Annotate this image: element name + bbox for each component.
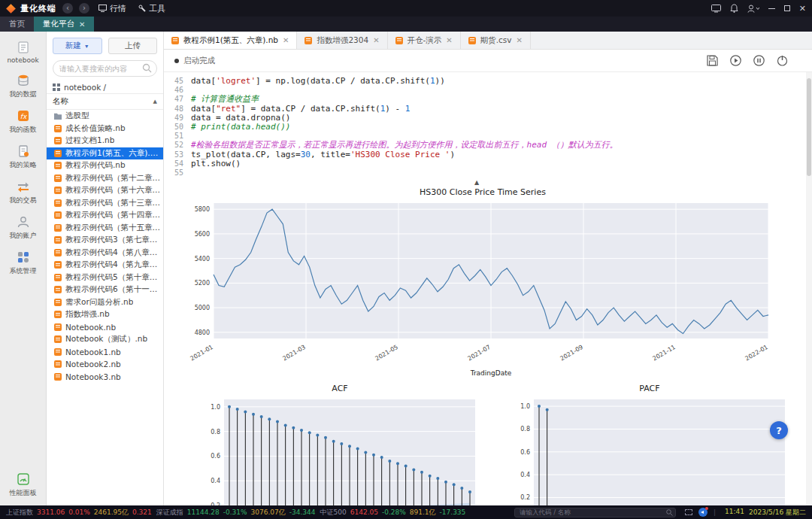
file-name: 教程示例代码4（第九章）.nb: [65, 260, 160, 270]
code-line[interactable]: 54plt.show(): [171, 159, 812, 168]
file-item[interactable]: 成长价值策略.nb: [47, 123, 163, 135]
sidebar-item-my-strategies[interactable]: 我的策略: [0, 144, 46, 170]
titlebar: 量化终端 ‹ › 行情 工具 ✕: [0, 0, 812, 17]
close-window-button[interactable]: ✕: [799, 4, 806, 14]
file-item[interactable]: 需求or问题分析.nb: [47, 296, 163, 309]
close-tab-icon[interactable]: ✕: [446, 36, 452, 44]
sidebar-item-my-functions[interactable]: fx 我的函数: [0, 109, 46, 135]
screen-share-icon[interactable]: [711, 5, 721, 13]
sidebar-item-my-account[interactable]: 我的账户: [0, 215, 46, 241]
file-item[interactable]: 教程示例代码4（第九章）.nb: [47, 259, 163, 272]
sidebar-label: 我的数据: [10, 90, 37, 99]
code-line[interactable]: 45data['logret'] = np.log(data.CP / data…: [171, 77, 812, 86]
file-name: 需求or问题分析.nb: [65, 297, 133, 308]
line-number: 46: [171, 86, 191, 95]
index-shenzhen[interactable]: 深证成指 11144.28 -0.31% 3076.07亿 -34.344: [156, 508, 316, 517]
editor-tab-index-enhance[interactable]: 指数增强2304 ✕: [297, 32, 387, 49]
file-list-header[interactable]: 名称 ▲: [47, 93, 163, 110]
sort-indicator-icon[interactable]: ▲: [153, 99, 157, 105]
file-item[interactable]: 教程示例代码（第十六章）.nb: [47, 184, 163, 197]
code-line[interactable]: 46: [171, 86, 812, 95]
file-item[interactable]: 教程示例代码.nb: [47, 159, 163, 172]
breadcrumb[interactable]: notebook /: [47, 80, 163, 93]
file-name: Notebook3.nb: [65, 372, 121, 381]
close-tab-icon[interactable]: ✕: [283, 36, 289, 44]
code-line[interactable]: 50# print(data.head()): [171, 123, 812, 132]
sidebar-item-notebook[interactable]: notebook: [0, 41, 46, 64]
new-button-label: 新建: [65, 41, 81, 51]
tab-home[interactable]: 首页: [0, 17, 34, 32]
sidebar-item-my-data[interactable]: 我的数据: [0, 74, 46, 99]
file-item[interactable]: 教程示例代码（第十四章）.nb: [47, 209, 163, 222]
file-item[interactable]: 教程示例代码5（第十章）.nb: [47, 272, 163, 284]
svg-text:0.2: 0.2: [520, 495, 530, 502]
notebook-file-icon: [54, 137, 62, 144]
svg-text:2021-09: 2021-09: [559, 344, 584, 363]
scrollbar-thumb[interactable]: [807, 78, 811, 176]
status-text: 启动完成: [183, 56, 215, 66]
file-item[interactable]: 指数增强.nb: [47, 308, 163, 321]
pacf-chart-title: PACF: [507, 384, 792, 393]
file-item[interactable]: 教程示例代码（第十五章）.nb: [47, 222, 163, 235]
editor-tab-tutorial[interactable]: 教程示例1(第五、六章).nb ✕: [164, 32, 297, 49]
tab-quant-platform[interactable]: 量化平台 ✕: [34, 17, 94, 32]
file-item[interactable]: 教程示例代码（第十三章）.nb: [47, 197, 163, 210]
file-item[interactable]: 过程文档1.nb: [47, 135, 163, 147]
database-icon: [17, 74, 30, 87]
back-button[interactable]: ‹: [62, 3, 73, 14]
notebook-file-icon: [54, 162, 62, 169]
function-icon: fx: [17, 109, 30, 123]
acf-chart-block: ACF 0.00.20.40.60.81.0: [197, 384, 483, 505]
screenshot-icon[interactable]: [685, 509, 692, 515]
notebook-file-icon: [54, 261, 62, 269]
notebook-file-icon: [171, 37, 179, 44]
upload-button[interactable]: 上传: [108, 38, 158, 54]
editor-tab-futures-csv[interactable]: 期货.csv ✕: [461, 32, 531, 49]
symbol-search-input[interactable]: [514, 508, 676, 517]
vertical-scrollbar[interactable]: [806, 72, 812, 505]
notification-bell-icon[interactable]: [730, 4, 738, 13]
collapse-output-icon[interactable]: ▲: [171, 179, 782, 186]
file-item[interactable]: Notebook1.nb: [47, 346, 163, 359]
save-icon[interactable]: [707, 55, 718, 66]
sidebar-item-system-admin[interactable]: 系统管理: [0, 250, 46, 276]
file-item[interactable]: Notebook3.nb: [47, 371, 163, 384]
message-notification-icon[interactable]: [698, 508, 707, 517]
file-name: Notebook1.nb: [65, 348, 121, 357]
editor-tab-open-demo[interactable]: 开仓-演示 ✕: [388, 32, 461, 49]
power-icon[interactable]: [777, 55, 788, 66]
acf-chart: 0.00.20.40.60.81.0: [197, 395, 483, 505]
notebook-file-icon: [54, 323, 62, 331]
sidebar-item-performance-panel[interactable]: 性能面板: [0, 472, 46, 498]
user-menu-icon[interactable]: [747, 5, 759, 13]
clock: 11:41 2023/5/16 星期二: [725, 508, 806, 517]
file-item[interactable]: Notebook（测试）.nb: [47, 333, 163, 346]
code-line[interactable]: 55: [171, 168, 812, 178]
sidebar-item-my-trades[interactable]: 我的交易: [0, 180, 46, 205]
maximize-button[interactable]: [784, 5, 790, 11]
file-item[interactable]: Notebook.nb: [47, 321, 163, 334]
file-item[interactable]: 选股型: [47, 110, 163, 123]
pause-icon[interactable]: [753, 55, 765, 66]
file-item[interactable]: 教程示例代码6（第十一章）.nb: [47, 284, 163, 296]
forward-button[interactable]: ›: [79, 3, 89, 14]
code-lines[interactable]: 45data['logret'] = np.log(data.CP / data…: [171, 77, 812, 178]
close-tab-icon[interactable]: ✕: [373, 36, 379, 44]
file-item[interactable]: 教程示例代码4（第八章）.nb: [47, 247, 163, 260]
tools-menu[interactable]: 工具: [135, 3, 168, 14]
index-shanghai[interactable]: 上证指数 3311.06 0.01% 2461.95亿 0.321: [6, 508, 152, 517]
close-tab-icon[interactable]: ✕: [79, 20, 85, 29]
close-tab-icon[interactable]: ✕: [517, 36, 523, 44]
help-button[interactable]: ?: [770, 421, 788, 439]
run-icon[interactable]: [730, 55, 741, 66]
file-item[interactable]: 教程示例代码3（第七章）.nb: [47, 234, 163, 247]
file-item[interactable]: 教程示例代码（第十二章）.nb: [47, 172, 163, 185]
file-item[interactable]: 教程示例1(第五、六章).nb: [47, 147, 163, 160]
index-csi500[interactable]: 中证500 6142.05 -0.28% 891.1亿 -17.335: [320, 508, 466, 517]
market-menu[interactable]: 行情: [95, 3, 129, 14]
minimize-button[interactable]: [768, 8, 775, 9]
code-line[interactable]: 53ts_plot(data.CP, lags=30, title='HS300…: [171, 150, 812, 159]
file-item[interactable]: Notebook2.nb: [47, 358, 163, 371]
new-button[interactable]: 新建 ▼: [53, 38, 102, 54]
editor-region: 教程示例1(第五、六章).nb ✕ 指数增强2304 ✕ 开仓-演示 ✕ 期货.…: [164, 32, 812, 505]
